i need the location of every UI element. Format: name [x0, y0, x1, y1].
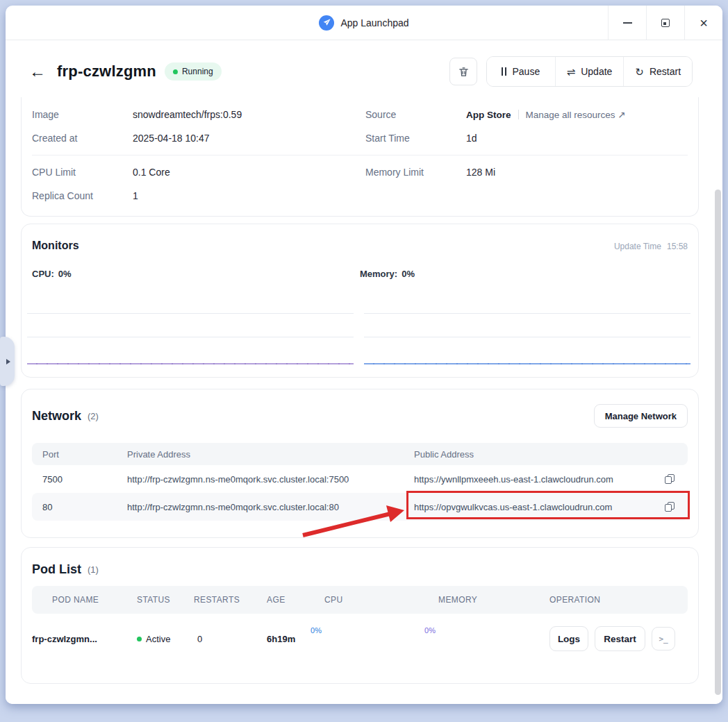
pause-icon: [502, 67, 506, 76]
details-card: Image snowdreamtech/frps:0.59 Source App…: [21, 97, 699, 217]
private-address-header: Private Address: [127, 449, 414, 460]
chevron-right-icon: [6, 359, 10, 364]
pod-status-dot-icon: [137, 637, 142, 641]
memory-chart: [364, 299, 690, 364]
restore-button[interactable]: [646, 6, 684, 40]
pod-cpu-value: 0%: [311, 626, 322, 635]
divider: [32, 155, 688, 156]
port-value: 7500: [32, 474, 127, 485]
update-button[interactable]: ⇌ Update: [555, 57, 624, 86]
pod-name-header: POD NAME: [32, 595, 137, 605]
monitor-charts: [27, 299, 690, 364]
memory-monitor-label: Memory:: [360, 269, 397, 279]
restore-icon: [661, 19, 670, 27]
age-header: AGE: [267, 595, 324, 605]
external-link-icon: ↗: [618, 109, 626, 120]
created-at-label: Created at: [32, 133, 133, 144]
operation-header: OPERATION: [549, 595, 688, 605]
cpu-chart-line: [27, 363, 354, 365]
status-dot-icon: [173, 69, 178, 74]
network-table-header: Port Private Address Public Address: [32, 443, 688, 465]
public-address-header: Public Address: [414, 449, 664, 460]
pod-list-title: Pod List: [32, 562, 81, 577]
monitors-card: Monitors Update Time 15:58 CPU: 0% Memor…: [21, 224, 699, 378]
app-window: App Launchpad × ← frp-czwlzgmn Running: [6, 6, 722, 704]
update-label: Update: [581, 66, 612, 77]
start-time-value: 1d: [466, 133, 477, 144]
annotation-red-box: [406, 491, 690, 519]
pod-restarts: 0: [194, 634, 267, 644]
page-title: frp-czwlzgmn: [57, 62, 156, 81]
status-badge: Running: [165, 62, 222, 81]
cpu-limit-value: 0.1 Core: [133, 167, 170, 178]
pod-table: POD NAME STATUS RESTARTS AGE CPU MEMORY …: [32, 586, 688, 664]
image-label: Image: [32, 109, 133, 120]
network-card: Network (2) Manage Network Port Private …: [21, 389, 699, 538]
header-actions: Pause ⇌ Update ↻ Restart: [449, 56, 693, 87]
close-button[interactable]: ×: [684, 6, 722, 40]
titlebar[interactable]: App Launchpad ×: [6, 6, 722, 40]
pod-row: frp-czwlzgmn... Active 0 6h19m 0%: [32, 614, 688, 664]
cpu-limit-label: CPU Limit: [32, 167, 133, 178]
pause-button[interactable]: Pause: [487, 57, 555, 86]
window-controls: ×: [608, 6, 722, 40]
manage-all-resources-link[interactable]: Manage all resources ↗: [526, 109, 626, 120]
network-row: 7500 http://frp-czwlzgmn.ns-me0mqork.svc…: [32, 465, 688, 493]
app-launchpad-logo-icon: [319, 15, 334, 31]
window-title: App Launchpad: [340, 17, 408, 28]
restarts-header: RESTARTS: [194, 595, 267, 605]
memory-limit-label: Memory Limit: [365, 167, 466, 178]
action-button-group: Pause ⇌ Update ↻ Restart: [486, 56, 693, 87]
replica-count-value: 1: [133, 190, 138, 201]
restart-icon: ↻: [635, 67, 644, 77]
status-header: STATUS: [137, 595, 194, 605]
pod-status: Active: [146, 634, 170, 644]
source-label: Source: [365, 109, 466, 120]
pod-memory-value: 0%: [424, 626, 436, 635]
memory-header: MEMORY: [438, 595, 549, 605]
image-value: snowdreamtech/frps:0.59: [133, 109, 242, 120]
terminal-button[interactable]: >_: [652, 627, 675, 650]
sidebar-expand-handle[interactable]: [0, 337, 15, 386]
private-address: http://frp-czwlzgmn.ns-me0mqork.svc.clus…: [127, 474, 414, 485]
delete-button[interactable]: [449, 58, 477, 85]
cpu-header: CPU: [324, 595, 438, 605]
pod-table-header: POD NAME STATUS RESTARTS AGE CPU MEMORY …: [32, 586, 688, 614]
port-header: Port: [32, 449, 127, 460]
pod-list-card: Pod List (1) POD NAME STATUS RESTARTS AG…: [21, 547, 699, 684]
minimize-icon: [623, 22, 632, 24]
terminal-icon: >_: [659, 635, 668, 644]
memory-limit-value: 128 Mi: [466, 167, 495, 178]
monitors-title: Monitors: [32, 240, 79, 252]
public-address-link[interactable]: https://ywnllpmxeeeh.us-east-1.clawcloud…: [414, 474, 664, 485]
back-button[interactable]: ←: [29, 62, 46, 81]
close-icon: ×: [700, 16, 708, 30]
cpu-monitor-label: CPU:: [32, 269, 54, 279]
page-header: ← frp-czwlzgmn Running Pause ⇌ Updat: [29, 52, 693, 91]
pause-label: Pause: [512, 66, 540, 77]
port-value: 80: [32, 502, 127, 512]
cpu-monitor-value: 0%: [58, 269, 72, 279]
app-detail-page: ← frp-czwlzgmn Running Pause ⇌ Updat: [6, 40, 722, 704]
pod-name: frp-czwlzgmn...: [32, 634, 137, 644]
network-count: (2): [88, 411, 99, 421]
minimize-button[interactable]: [608, 6, 646, 40]
cpu-chart: [27, 299, 354, 364]
manage-network-button[interactable]: Manage Network: [594, 404, 688, 428]
start-time-label: Start Time: [365, 133, 466, 144]
update-icon: ⇌: [567, 67, 576, 77]
trash-icon: [458, 66, 470, 78]
update-time: Update Time 15:58: [614, 242, 688, 251]
created-at-value: 2025-04-18 10:47: [133, 133, 210, 144]
memory-monitor-value: 0%: [402, 269, 415, 279]
scrollbar[interactable]: [715, 190, 721, 695]
replica-count-label: Replica Count: [32, 190, 133, 201]
status-text: Running: [182, 67, 213, 76]
memory-chart-line: [364, 363, 690, 365]
pod-restart-button[interactable]: Restart: [595, 626, 645, 651]
restart-button[interactable]: ↻ Restart: [623, 57, 692, 86]
logs-button[interactable]: Logs: [549, 626, 588, 651]
restart-label: Restart: [650, 66, 681, 77]
annotation-arrow: [295, 499, 413, 541]
copy-icon[interactable]: [664, 473, 675, 485]
